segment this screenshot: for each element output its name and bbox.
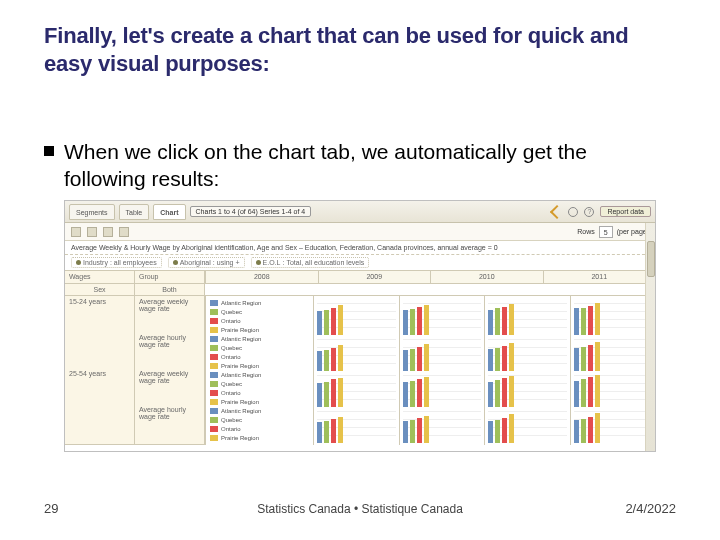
legend: Atlantic RegionQuebecOntarioPrairie Regi…: [205, 404, 313, 445]
legend-entry: Ontario: [210, 426, 309, 432]
bar: [403, 310, 408, 335]
bar: [410, 381, 415, 407]
tab-table[interactable]: Table: [119, 204, 150, 220]
scrollbar[interactable]: [645, 223, 655, 451]
settings-icon[interactable]: [119, 227, 129, 237]
criteria-industry[interactable]: Industry: all employees: [71, 257, 162, 268]
scrollbar-thumb[interactable]: [647, 241, 655, 277]
bar: [424, 344, 429, 371]
bar: [331, 419, 336, 443]
bar: [417, 379, 422, 407]
help-icon[interactable]: ?: [584, 207, 594, 217]
legend-swatch-icon: [210, 300, 218, 306]
bar: [317, 311, 322, 335]
legend-entry: Atlantic Region: [210, 300, 309, 306]
wage-type-label: Average hourly wage rate: [135, 404, 205, 445]
bar: [495, 420, 500, 443]
rows-input[interactable]: 5: [599, 226, 613, 238]
bar: [509, 376, 514, 407]
legend-label: Atlantic Region: [221, 372, 261, 378]
tab-chart[interactable]: Chart: [153, 204, 185, 220]
dot-icon: [76, 260, 81, 265]
bar: [424, 377, 429, 407]
bar: [417, 307, 422, 335]
table-row: Average hourly wage rateAtlantic RegionQ…: [65, 404, 655, 440]
legend-entry: Quebec: [210, 345, 309, 351]
mini-bar-chart: [399, 404, 485, 445]
legend-swatch-icon: [210, 345, 218, 351]
export-icon[interactable]: [87, 227, 97, 237]
year-label: 2010: [430, 271, 543, 283]
bar: [331, 348, 336, 371]
legend-entry: Atlantic Region: [210, 372, 309, 378]
bar: [317, 351, 322, 371]
query-headline: Average Weekly & Hourly Wage by Aborigin…: [65, 241, 655, 255]
bar: [509, 343, 514, 371]
year-label: 2009: [318, 271, 431, 283]
years-header: 2008 2009 2010 2011: [205, 271, 655, 283]
bar: [403, 382, 408, 407]
bar: [502, 378, 507, 407]
bar: [574, 381, 579, 407]
legend: Atlantic RegionQuebecOntarioPrairie Regi…: [205, 296, 313, 337]
legend-swatch-icon: [210, 435, 218, 441]
legend-swatch-icon: [210, 372, 218, 378]
bar: [581, 419, 586, 443]
criteria-eol[interactable]: E.O.L: Total, all education levels: [251, 257, 370, 268]
bar: [595, 342, 600, 371]
chart-row: Atlantic RegionQuebecOntarioPrairie Regi…: [205, 404, 655, 445]
bar: [410, 349, 415, 371]
bar: [417, 418, 422, 443]
wage-type-label: Average weekly wage rate: [135, 296, 205, 337]
mini-bar-chart: [313, 368, 399, 409]
legend-swatch-icon: [210, 336, 218, 342]
pencil-icon[interactable]: [550, 204, 564, 218]
legend: Atlantic RegionQuebecOntarioPrairie Regi…: [205, 368, 313, 409]
legend-entry: Ontario: [210, 354, 309, 360]
col-header-group: Group: [135, 271, 205, 284]
criteria-value: Total, all education levels: [286, 259, 364, 266]
mini-bar-chart: [484, 368, 570, 409]
mini-bar-chart: [570, 368, 656, 409]
legend-label: Ontario: [221, 426, 241, 432]
legend-label: Prairie Region: [221, 435, 259, 441]
report-data-button[interactable]: Report data: [600, 206, 651, 217]
mini-bar-chart: [313, 332, 399, 373]
bar: [338, 378, 343, 407]
slide-title: Finally, let's create a chart that can b…: [44, 22, 664, 77]
footer-center: Statistics Canada • Statistique Canada: [0, 502, 720, 516]
bar: [403, 421, 408, 443]
print-icon[interactable]: [71, 227, 81, 237]
legend-label: Ontario: [221, 354, 241, 360]
app-toolbar: Segments Table Chart Charts 1 to 4 (of 6…: [65, 201, 655, 223]
legend-label: Atlantic Region: [221, 336, 261, 342]
chart-row: Atlantic RegionQuebecOntarioPrairie Regi…: [205, 296, 655, 337]
legend: Atlantic RegionQuebecOntarioPrairie Regi…: [205, 332, 313, 373]
criteria-label: Industry: [83, 259, 108, 266]
mini-bar-chart: [570, 332, 656, 373]
criteria-aboriginal[interactable]: Aboriginal: using +: [168, 257, 245, 268]
chart-type-icon[interactable]: [103, 227, 113, 237]
bar: [574, 348, 579, 371]
criteria-label: E.O.L: [263, 259, 281, 266]
bar: [509, 414, 514, 443]
legend-label: Quebec: [221, 345, 242, 351]
legend-entry: Atlantic Region: [210, 336, 309, 342]
bar: [331, 379, 336, 407]
legend-entry: Quebec: [210, 417, 309, 423]
table-row: 15-24 yearsAverage weekly wage rateAtlan…: [65, 296, 655, 332]
tab-segments[interactable]: Segments: [69, 204, 115, 220]
age-label: [65, 404, 135, 445]
footer-date: 2/4/2022: [625, 501, 676, 516]
col-header-wages: Wages: [65, 271, 135, 284]
bar: [324, 421, 329, 443]
bar: [588, 377, 593, 407]
bar: [588, 345, 593, 371]
bar: [574, 308, 579, 335]
bullet-item: When we click on the chart tab, we autom…: [44, 138, 674, 193]
legend-swatch-icon: [210, 309, 218, 315]
bar: [502, 418, 507, 443]
bar: [488, 349, 493, 371]
bar: [581, 308, 586, 335]
refresh-icon[interactable]: [568, 207, 578, 217]
